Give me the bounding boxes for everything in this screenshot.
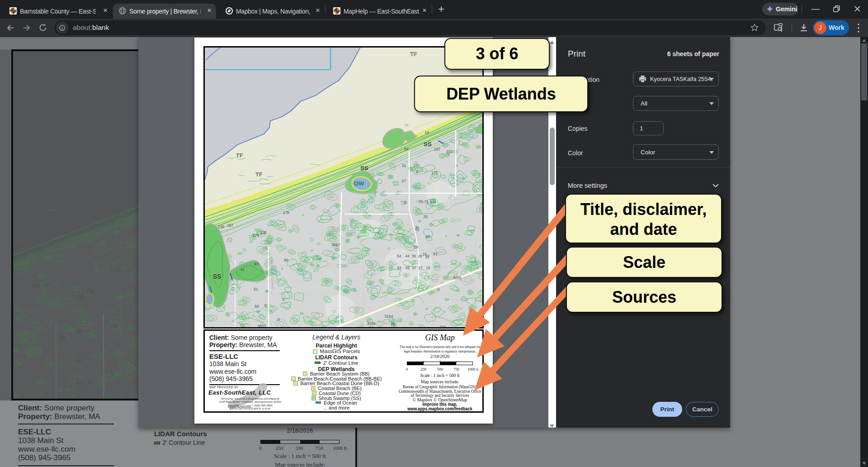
svg-text:3156: 3156 — [367, 321, 376, 326]
svg-text:274: 274 — [439, 325, 446, 327]
svg-text:SS: SS — [424, 141, 432, 148]
svg-text:25: 25 — [423, 214, 428, 219]
svg-text:44: 44 — [240, 267, 245, 272]
svg-text:0: 0 — [101, 397, 104, 400]
svg-text:OW: OW — [354, 180, 364, 187]
svg-text:80: 80 — [113, 324, 118, 329]
svg-text:SS: SS — [213, 273, 222, 280]
svg-text:SS: SS — [360, 165, 368, 172]
svg-text:70-72: 70-72 — [419, 200, 429, 204]
svg-text:27: 27 — [418, 266, 423, 270]
svg-text:197: 197 — [434, 147, 440, 152]
svg-text:61: 61 — [76, 358, 82, 363]
svg-text:135: 135 — [86, 289, 94, 294]
svg-text:3057: 3057 — [332, 243, 340, 247]
svg-text:27: 27 — [401, 179, 406, 183]
svg-text:0: 0 — [88, 380, 91, 385]
svg-text:45: 45 — [405, 266, 410, 270]
svg-text:44: 44 — [60, 336, 66, 341]
svg-text:19: 19 — [405, 123, 409, 127]
svg-text:37: 37 — [412, 266, 416, 270]
svg-text:53: 53 — [397, 266, 401, 270]
svg-text:36: 36 — [411, 254, 416, 258]
svg-text:3003: 3003 — [258, 324, 266, 327]
svg-text:15: 15 — [426, 266, 430, 270]
svg-text:93: 93 — [76, 329, 82, 334]
svg-text:3184: 3184 — [385, 314, 393, 319]
svg-text:0: 0 — [416, 170, 418, 174]
svg-text:18: 18 — [425, 130, 429, 135]
svg-text:135: 135 — [260, 230, 267, 235]
svg-text:167: 167 — [45, 282, 52, 287]
svg-text:178: 178 — [113, 267, 121, 272]
svg-text:44: 44 — [405, 254, 410, 258]
svg-text:81: 81 — [433, 252, 438, 256]
svg-text:45: 45 — [415, 227, 420, 231]
svg-text:29: 29 — [414, 245, 418, 249]
svg-text:93: 93 — [254, 262, 259, 266]
svg-text:85: 85 — [391, 322, 395, 326]
svg-text:3285: 3285 — [453, 276, 462, 280]
svg-text:TF: TF — [236, 152, 243, 159]
svg-text:179: 179 — [253, 233, 259, 238]
svg-text:179: 179 — [76, 295, 84, 300]
svg-text:61: 61 — [402, 163, 406, 168]
svg-text:0: 0 — [278, 317, 280, 322]
svg-text:80: 80 — [284, 258, 288, 262]
svg-text:173: 173 — [431, 171, 438, 175]
svg-text:61: 61 — [254, 287, 258, 291]
svg-text:145: 145 — [32, 283, 40, 288]
svg-text:54: 54 — [397, 254, 401, 258]
svg-text:TF: TF — [410, 51, 417, 57]
svg-text:59: 59 — [255, 304, 259, 309]
svg-text:64: 64 — [404, 147, 409, 151]
svg-text:0: 0 — [283, 297, 285, 302]
svg-text:0: 0 — [264, 303, 267, 308]
svg-text:167: 167 — [227, 223, 233, 228]
svg-text:42: 42 — [425, 234, 430, 239]
svg-text:TF: TF — [255, 171, 263, 178]
svg-text:0: 0 — [111, 371, 113, 376]
svg-text:202: 202 — [446, 149, 453, 154]
svg-text:127: 127 — [413, 163, 420, 168]
svg-text:145: 145 — [218, 224, 224, 229]
svg-text:59: 59 — [76, 381, 82, 386]
svg-text:178: 178 — [283, 210, 289, 215]
svg-text:131: 131 — [430, 199, 436, 204]
svg-text:16: 16 — [422, 252, 427, 257]
svg-text:0: 0 — [404, 200, 406, 205]
svg-text:26: 26 — [418, 254, 422, 258]
svg-text:0: 0 — [438, 287, 440, 292]
